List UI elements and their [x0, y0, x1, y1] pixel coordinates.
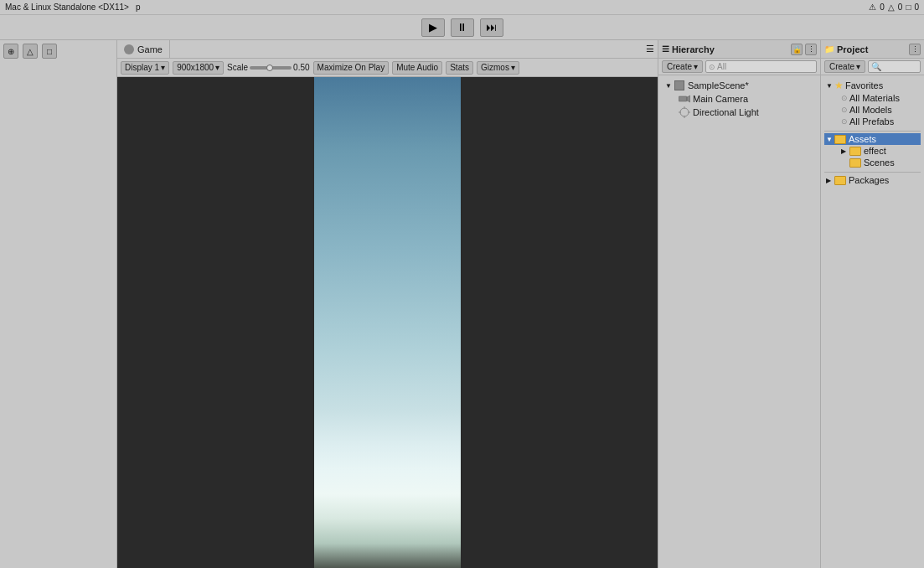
project-panel: 📁 Project ⋮ Create ▾ 🔍 ▼ ★ Favorites ⊙ A… — [821, 40, 924, 568]
triangle-icon: △ — [888, 3, 895, 12]
tool-icon-1[interactable]: ⊕ — [3, 44, 18, 59]
display-select[interactable]: Display 1 ▾ — [121, 61, 169, 75]
mute-btn[interactable]: Mute Audio — [392, 61, 442, 75]
effect-folder-icon — [849, 147, 861, 156]
search-circle-icon: ⊙ — [841, 94, 848, 102]
project-search-icon: 🔍 — [871, 62, 881, 71]
all-models-item[interactable]: ⊙ All Models — [824, 104, 921, 116]
favorites-label: Favorites — [845, 80, 883, 90]
all-prefabs-item[interactable]: ⊙ All Prefabs — [824, 116, 921, 127]
assets-folder-icon — [834, 135, 846, 144]
svg-rect-0 — [679, 96, 687, 101]
viewport-left — [117, 77, 314, 568]
assets-arrow: ▼ — [826, 136, 834, 143]
hierarchy-search[interactable]: ⊙ All — [705, 60, 817, 73]
scene-label: SampleScene* — [688, 80, 749, 90]
search-placeholder: All — [717, 62, 726, 71]
effect-label: effect — [864, 146, 886, 156]
resolution-select[interactable]: 900x1800 ▾ — [173, 61, 224, 75]
game-options-bar: Display 1 ▾ 900x1800 ▾ Scale 0.50 Maximi… — [117, 59, 658, 77]
hierarchy-tab-bar: ☰ Hierarchy 🔒 ⋮ — [658, 40, 820, 59]
stats-btn[interactable]: Stats — [446, 61, 473, 75]
hierarchy-lock-btn[interactable]: 🔒 — [791, 44, 803, 55]
game-viewport — [117, 77, 658, 568]
hierarchy-panel-icons: 🔒 ⋮ — [791, 44, 817, 55]
effect-folder-item[interactable]: ▶ effect — [824, 145, 921, 157]
favorites-arrow: ▼ — [826, 82, 834, 90]
warning-count: 0 — [880, 3, 885, 12]
triangle-count: 0 — [898, 3, 903, 12]
hierarchy-content: ▼ SampleScene* Main Camera — [658, 75, 820, 568]
left-tool-icons: ⊕ △ □ — [3, 44, 113, 59]
light-icon — [679, 106, 690, 118]
all-materials-label: All Materials — [849, 93, 900, 103]
stats-label: Stats — [450, 63, 469, 72]
scene-item[interactable]: ▼ SampleScene* — [662, 79, 817, 92]
gizmos-label: Gizmos — [481, 63, 509, 72]
game-tab-bar: Game ☰ — [117, 40, 658, 59]
project-more-btn[interactable]: ⋮ — [909, 44, 921, 55]
packages-folder[interactable]: ▶ Packages — [824, 174, 921, 186]
hierarchy-more-btn[interactable]: ⋮ — [805, 44, 817, 55]
viewport-center — [314, 77, 461, 568]
gizmos-btn[interactable]: Gizmos ▾ — [477, 61, 519, 75]
tool-icon-2[interactable]: △ — [23, 44, 38, 59]
directional-light-item[interactable]: Directional Light — [662, 106, 817, 119]
project-create-arrow: ▾ — [856, 62, 860, 71]
project-title: Project — [837, 44, 868, 54]
box-icon: □ — [906, 3, 911, 12]
packages-arrow: ▶ — [826, 177, 834, 184]
scene-icon — [674, 80, 685, 91]
scale-track[interactable] — [250, 66, 292, 70]
svg-point-2 — [680, 108, 689, 116]
game-tab[interactable]: Game — [117, 40, 170, 58]
project-create-label: Create — [829, 62, 854, 71]
status-icons: ⚠ 0 △ 0 □ 0 — [869, 3, 919, 12]
scale-bar: Scale 0.50 — [227, 63, 309, 72]
all-materials-item[interactable]: ⊙ All Materials — [824, 92, 921, 104]
pause-button[interactable]: ⏸ — [451, 18, 474, 37]
all-models-label: All Models — [849, 105, 892, 115]
svg-marker-1 — [687, 96, 690, 102]
scenes-folder-item[interactable]: Scenes — [824, 157, 921, 168]
hierarchy-panel: ☰ Hierarchy 🔒 ⋮ Create ▾ ⊙ All ▼ SampleS… — [658, 40, 821, 568]
step-button[interactable]: ⏭ — [480, 18, 503, 37]
packages-folder-icon — [834, 176, 846, 185]
packages-section: ▶ Packages — [824, 174, 921, 186]
hierarchy-create-label: Create — [667, 62, 692, 71]
hierarchy-toolbar: Create ▾ ⊙ All — [658, 59, 820, 75]
scene-arrow: ▼ — [663, 80, 674, 90]
hierarchy-tab: ☰ Hierarchy — [662, 44, 791, 54]
game-panel-menu[interactable]: ☰ — [643, 44, 658, 54]
main-camera-label: Main Camera — [693, 94, 748, 104]
hierarchy-create-btn[interactable]: Create ▾ — [662, 60, 703, 73]
scale-label: Scale — [227, 63, 248, 72]
tool-icon-3[interactable]: □ — [42, 44, 57, 59]
project-create-btn[interactable]: Create ▾ — [824, 60, 865, 73]
project-icon: 📁 — [824, 44, 834, 54]
scale-value: 0.50 — [293, 63, 309, 72]
camera-icon — [679, 93, 690, 105]
left-panel: ⊕ △ □ — [0, 40, 117, 568]
assets-folder[interactable]: ▼ Assets — [824, 133, 921, 145]
effect-arrow: ▶ — [841, 147, 849, 155]
scale-thumb[interactable] — [266, 65, 273, 71]
favorites-section: ▼ ★ Favorites ⊙ All Materials ⊙ All Mode… — [824, 79, 921, 127]
maximize-btn[interactable]: Maximize On Play — [313, 61, 390, 75]
scenes-folder-icon — [849, 158, 861, 168]
search-circle-icon2: ⊙ — [841, 106, 848, 114]
main-camera-item[interactable]: Main Camera — [662, 92, 817, 106]
play-button[interactable]: ▶ — [421, 18, 445, 37]
all-prefabs-label: All Prefabs — [849, 116, 894, 127]
directional-light-label: Directional Light — [693, 107, 759, 117]
favorites-folder[interactable]: ▼ ★ Favorites — [824, 79, 921, 92]
display-label: Display 1 — [125, 63, 159, 72]
search-circle-icon3: ⊙ — [841, 117, 848, 126]
project-search[interactable]: 🔍 — [868, 60, 921, 73]
hierarchy-create-arrow: ▾ — [694, 62, 698, 71]
warning-icon: ⚠ — [869, 3, 876, 12]
scenes-label: Scenes — [864, 157, 895, 168]
project-panel-icons: ⋮ — [909, 44, 921, 55]
game-tab-label: Game — [137, 44, 163, 54]
game-tab-icon — [124, 44, 134, 54]
